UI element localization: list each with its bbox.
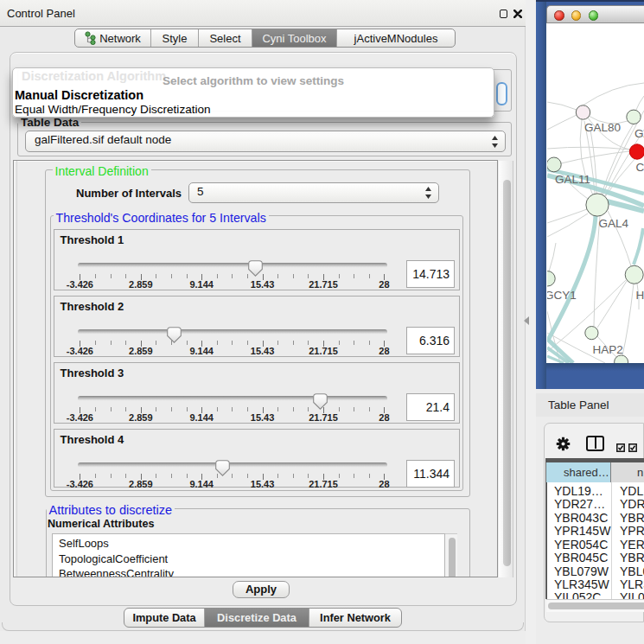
- svg-text:GAL80: GAL80: [584, 121, 621, 134]
- svg-text:C: C: [636, 161, 644, 174]
- svg-text:GAL4: GAL4: [599, 217, 629, 230]
- svg-text:GCY1: GCY1: [547, 289, 577, 302]
- svg-text:GAL11: GAL11: [555, 173, 590, 186]
- svg-text:GA: GA: [634, 127, 644, 140]
- svg-text:HAP2: HAP2: [593, 343, 623, 356]
- svg-text:H: H: [636, 289, 644, 302]
